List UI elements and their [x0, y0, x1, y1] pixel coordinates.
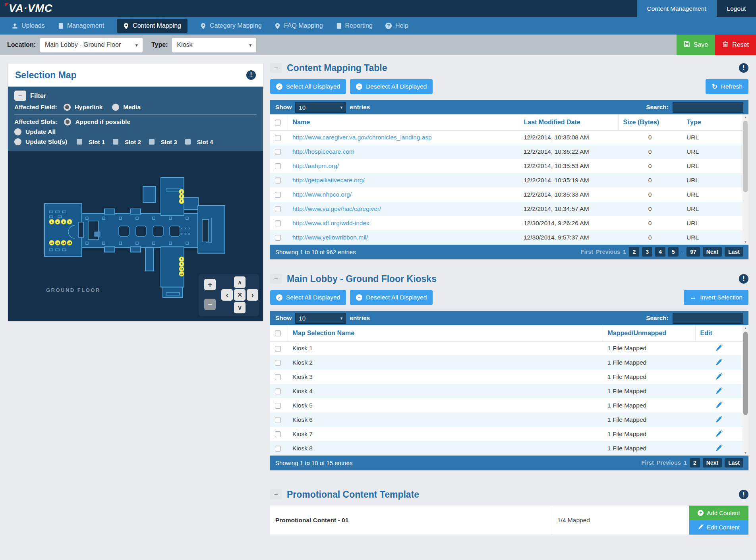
pagination-page-4[interactable]: 4: [655, 247, 665, 257]
pagination-last[interactable]: Last: [725, 247, 743, 257]
deselect-all-displayed-button[interactable]: Deselect All Displayed: [350, 79, 433, 94]
search-input[interactable]: [673, 313, 743, 324]
radio-update-all[interactable]: [14, 128, 21, 135]
slot2-checkbox[interactable]: [113, 139, 118, 145]
pagination-first[interactable]: First: [581, 249, 593, 255]
nav-item-faq-mapping[interactable]: FAQ Mapping: [275, 22, 323, 29]
row-checkbox[interactable]: [275, 235, 281, 241]
edit-pencil-icon[interactable]: [715, 417, 722, 424]
content-url-link[interactable]: http://aahpm.org/: [292, 162, 339, 169]
select-all-checkbox[interactable]: [275, 330, 281, 336]
nav-item-help[interactable]: ? Help: [385, 22, 408, 29]
edit-pencil-icon[interactable]: [715, 431, 722, 438]
scrollbar-thumb[interactable]: [743, 332, 748, 415]
radio-append[interactable]: [64, 118, 71, 126]
content-url-link[interactable]: http://hospicecare.com: [292, 148, 354, 155]
column-header-size[interactable]: Size (Bytes): [618, 114, 682, 130]
info-icon[interactable]: !: [246, 70, 256, 80]
table-scrollbar[interactable]: [742, 114, 748, 245]
row-checkbox[interactable]: [275, 346, 281, 352]
invert-selection-button[interactable]: Invert Selection: [684, 290, 748, 305]
nav-item-category-mapping[interactable]: Category Mapping: [200, 22, 262, 29]
column-header-type[interactable]: Type: [682, 114, 742, 130]
scrollbar-thumb[interactable]: [743, 121, 748, 192]
row-checkbox[interactable]: [275, 403, 281, 409]
row-checkbox[interactable]: [275, 388, 281, 394]
pan-up-button[interactable]: [234, 276, 246, 288]
pagination-page-2[interactable]: 2: [629, 247, 639, 257]
top-tab-content-management[interactable]: Content Management: [637, 0, 717, 17]
row-checkbox[interactable]: [275, 417, 281, 423]
save-button[interactable]: Save: [677, 35, 715, 55]
reset-view-button[interactable]: [234, 289, 246, 301]
content-url-link[interactable]: http://getpalliativecare.org/: [292, 177, 365, 183]
content-url-link[interactable]: http://www.yellowribbon.mil/: [292, 234, 368, 241]
page-size-select[interactable]: 10: [295, 313, 346, 324]
column-header-map-selection-name[interactable]: Map Selection Name: [288, 325, 603, 341]
row-checkbox[interactable]: [275, 431, 281, 437]
scroll-up-arrow[interactable]: [742, 325, 748, 331]
nav-item-reporting[interactable]: Reporting: [336, 22, 373, 29]
column-header-edit[interactable]: Edit: [695, 325, 742, 341]
edit-pencil-icon[interactable]: [715, 360, 722, 367]
content-url-link[interactable]: http://www.idf.org/wdd-index: [292, 220, 369, 226]
pagination-last[interactable]: Last: [725, 458, 743, 467]
radio-update-slots[interactable]: [14, 138, 21, 145]
scroll-up-arrow[interactable]: [742, 114, 748, 120]
deselect-all-displayed-button[interactable]: Deselect All Displayed: [350, 290, 433, 305]
nav-item-management[interactable]: Management: [58, 22, 104, 29]
row-checkbox[interactable]: [275, 163, 281, 169]
info-icon[interactable]: !: [739, 63, 748, 73]
pagination-first[interactable]: First: [641, 460, 654, 466]
pagination-next[interactable]: Next: [703, 458, 722, 467]
scroll-down-arrow[interactable]: [742, 450, 748, 456]
select-all-displayed-button[interactable]: Select All Displayed: [270, 290, 346, 305]
pagination-page-5[interactable]: 5: [668, 247, 679, 257]
collapse-section-button[interactable]: [270, 274, 282, 284]
radio-media[interactable]: [112, 104, 119, 111]
content-url-link[interactable]: http://www.nhpco.org/: [292, 191, 352, 198]
edit-pencil-icon[interactable]: [715, 403, 722, 409]
info-icon[interactable]: !: [739, 274, 748, 284]
pagination-previous[interactable]: Previous: [596, 249, 620, 255]
zoom-out-button[interactable]: [204, 299, 216, 310]
add-content-button[interactable]: Add Content: [689, 506, 748, 520]
location-select[interactable]: Main Lobby - Ground Floor: [40, 38, 143, 52]
row-checkbox[interactable]: [275, 220, 281, 226]
collapse-filter-button[interactable]: [14, 91, 26, 101]
type-select[interactable]: Kiosk: [172, 38, 256, 52]
edit-pencil-icon[interactable]: [715, 346, 722, 352]
slot4-checkbox[interactable]: [185, 139, 191, 145]
column-header-name[interactable]: Name: [288, 114, 519, 130]
edit-content-button[interactable]: Edit Content: [689, 520, 748, 535]
content-url-link[interactable]: http://www.caregiver.va.gov/chronicles_l…: [292, 134, 432, 141]
pagination-previous[interactable]: Previous: [657, 460, 681, 466]
content-url-link[interactable]: http://www.va.gov/hac/caregiver/: [292, 205, 381, 212]
search-input[interactable]: [673, 102, 743, 113]
row-checkbox[interactable]: [275, 446, 281, 452]
row-checkbox[interactable]: [275, 360, 281, 366]
collapse-section-button[interactable]: [270, 489, 282, 500]
radio-hyperlink[interactable]: [64, 104, 71, 111]
slot1-checkbox[interactable]: [77, 139, 82, 145]
pagination-next[interactable]: Next: [703, 247, 722, 257]
select-all-checkbox[interactable]: [275, 120, 281, 126]
row-checkbox[interactable]: [275, 192, 281, 198]
select-all-displayed-button[interactable]: Select All Displayed: [270, 79, 346, 94]
nav-item-content-mapping[interactable]: Content Mapping: [117, 19, 188, 33]
edit-pencil-icon[interactable]: [715, 374, 722, 381]
row-checkbox[interactable]: [275, 206, 281, 212]
pagination-page-3[interactable]: 3: [642, 247, 652, 257]
column-header-modified[interactable]: Last Modified Date: [519, 114, 618, 130]
logout-button[interactable]: Logout: [717, 0, 756, 17]
floor-map-view[interactable]: × × × × × × 1234 12131415 567 891011: [8, 151, 263, 321]
info-icon[interactable]: !: [739, 490, 748, 499]
pagination-page-2[interactable]: 2: [690, 458, 700, 467]
pan-right-button[interactable]: [247, 289, 258, 301]
refresh-button[interactable]: Refresh: [706, 79, 748, 94]
edit-pencil-icon[interactable]: [715, 388, 722, 395]
table-scrollbar[interactable]: [742, 325, 748, 456]
nav-item-uploads[interactable]: Uploads: [12, 22, 45, 29]
column-header-mapped[interactable]: Mapped/Unmapped: [603, 325, 695, 341]
row-checkbox[interactable]: [275, 149, 281, 155]
